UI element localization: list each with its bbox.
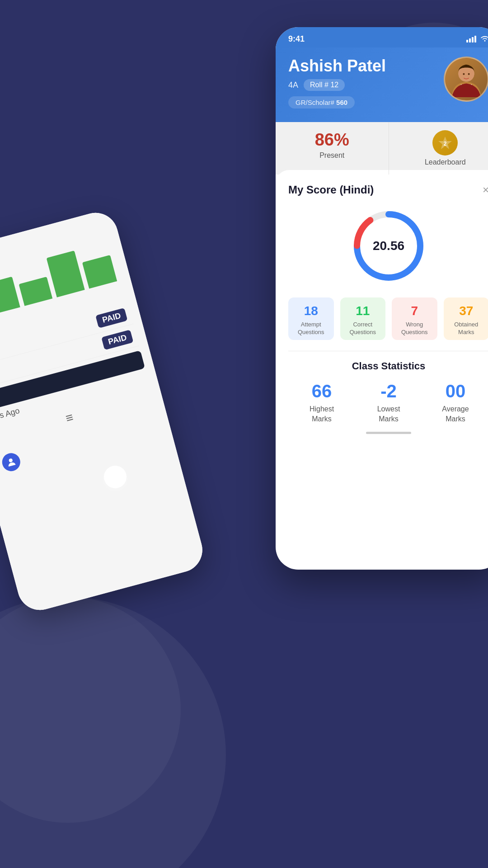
svg-point-4 — [468, 73, 470, 75]
attempt-questions-box: 18 AttemptQuestions — [288, 297, 334, 340]
leaderboard-label: Leaderboard — [394, 158, 488, 166]
stats-row: 86% Present 2 Leaderboard — [276, 122, 488, 175]
correct-questions-label: CorrectQuestions — [345, 321, 381, 336]
correct-questions-box: 11 CorrectQuestions — [340, 297, 386, 340]
signal-bar-3 — [472, 37, 474, 42]
signal-bar-4 — [474, 36, 476, 42]
signal-bars-icon — [466, 36, 476, 42]
donut-chart: 20.56 — [348, 205, 429, 287]
leaderboard-icon: 2 — [432, 130, 458, 156]
paid-badge-1: PAID — [96, 308, 128, 328]
class-stats-title: Class Statistics — [288, 360, 488, 372]
highest-marks: 66 HighestMarks — [288, 381, 355, 425]
present-percent: 86% — [280, 130, 384, 150]
bar-2 — [0, 277, 20, 315]
average-marks-label: AverageMarks — [422, 404, 488, 425]
bar-5 — [82, 255, 117, 289]
obtained-marks-box: 37 ObtainedMarks — [444, 297, 488, 340]
obtained-marks-label: ObtainedMarks — [448, 321, 485, 336]
user-icon — [0, 451, 22, 473]
present-label: Present — [280, 151, 384, 160]
lowest-marks-number: -2 — [355, 381, 422, 401]
student-info: Ashish Patel 4A Roll # 12 GR/Scholar# 56… — [288, 57, 386, 108]
signal-bar-2 — [469, 38, 471, 42]
score-title: My Score (Hindi) — [288, 184, 374, 196]
close-button[interactable]: × — [483, 184, 488, 196]
background-phone: Dec 000/- PAID 5000/- PAID 26/5 Days Ago… — [0, 208, 207, 615]
present-stat: 86% Present — [276, 122, 389, 175]
score-card-header: My Score (Hindi) × — [288, 184, 488, 196]
class-stats-row: 66 HighestMarks -2 LowestMarks 00 Averag… — [288, 381, 488, 425]
class-badge: 4A — [288, 80, 298, 90]
highest-marks-label: HighestMarks — [288, 404, 355, 425]
donut-center-value: 20.56 — [373, 239, 404, 253]
status-icons — [466, 35, 488, 43]
student-class-row: 4A Roll # 12 — [288, 79, 386, 91]
scholar-badge: GR/Scholar# 560 — [288, 96, 355, 108]
average-marks-number: 00 — [422, 381, 488, 401]
wrong-questions-label: WrongQuestions — [396, 321, 433, 336]
wifi-icon — [481, 35, 488, 43]
wrong-questions-number: 7 — [396, 304, 433, 318]
student-name: Ashish Patel — [288, 57, 386, 75]
average-marks: 00 AverageMarks — [422, 381, 488, 425]
bar-4 — [47, 250, 85, 297]
header-section: Ashish Patel 4A Roll # 12 GR/Scholar# 56… — [276, 47, 488, 122]
attempt-questions-label: AttemptQuestions — [293, 321, 329, 336]
svg-text:2: 2 — [444, 141, 447, 147]
bottom-bar — [288, 425, 488, 441]
donut-chart-container: 20.56 — [288, 205, 488, 287]
leaderboard-stat: 2 Leaderboard — [389, 122, 488, 175]
main-phone: 9:41 Ashish Patel 4A — [276, 27, 488, 570]
roll-badge: Roll # 12 — [304, 79, 345, 91]
attempt-questions-number: 18 — [293, 304, 329, 318]
white-dot-decoration — [104, 466, 127, 488]
header-content: Ashish Patel 4A Roll # 12 GR/Scholar# 56… — [288, 57, 488, 108]
avatar — [444, 57, 488, 102]
svg-point-0 — [9, 458, 13, 462]
status-bar: 9:41 — [276, 27, 488, 47]
highest-marks-number: 66 — [288, 381, 355, 401]
amount-2: 5000/- — [0, 367, 1, 383]
correct-questions-number: 11 — [345, 304, 381, 318]
bottom-pill — [366, 432, 411, 434]
signal-bar-1 — [466, 40, 468, 42]
bar-3 — [19, 277, 52, 306]
svg-point-3 — [463, 73, 465, 75]
wrong-questions-box: 7 WrongQuestions — [392, 297, 437, 340]
obtained-marks-number: 37 — [448, 304, 485, 318]
lowest-marks-label: LowestMarks — [355, 404, 422, 425]
divider — [288, 351, 488, 351]
lowest-marks: -2 LowestMarks — [355, 381, 422, 425]
paid-badge-2: PAID — [101, 330, 133, 350]
status-time: 9:41 — [288, 34, 305, 44]
stats-grid: 18 AttemptQuestions 11 CorrectQuestions … — [288, 297, 488, 340]
score-card: My Score (Hindi) × 20.56 18 Attem — [276, 170, 488, 455]
